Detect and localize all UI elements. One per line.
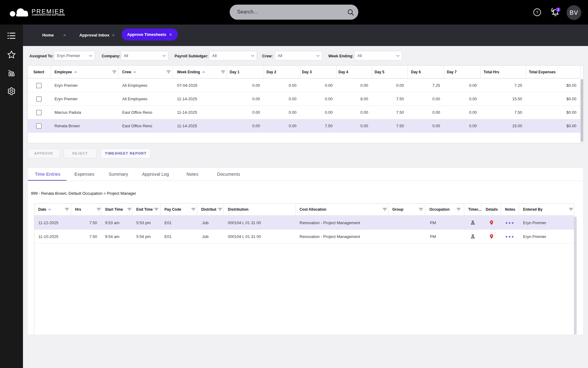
svg-text:?: ? — [536, 10, 538, 15]
